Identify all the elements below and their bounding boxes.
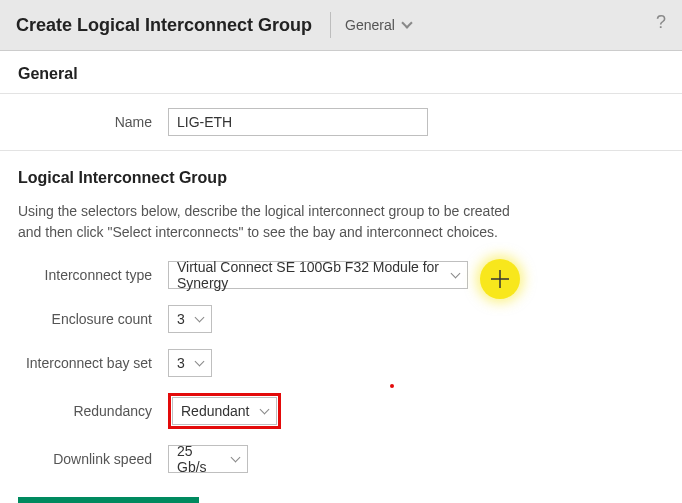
view-dropdown-label: General: [345, 17, 395, 33]
general-section-title: General: [0, 51, 682, 93]
bay-set-value: 3: [177, 355, 185, 371]
plus-icon: [490, 269, 510, 289]
chevron-down-icon: [195, 313, 205, 323]
redundancy-highlight: Redundant: [168, 393, 281, 429]
redundancy-value: Redundant: [181, 403, 250, 419]
enclosure-count-row: Enclosure count 3: [0, 295, 682, 339]
interconnect-type-select[interactable]: Virtual Connect SE 100Gb F32 Module for …: [168, 261, 468, 289]
enclosure-count-select[interactable]: 3: [168, 305, 212, 333]
chevron-down-icon: [401, 17, 412, 28]
downlink-select[interactable]: 25 Gb/s: [168, 445, 248, 473]
interconnect-type-label: Interconnect type: [18, 267, 168, 283]
name-label: Name: [18, 114, 168, 130]
interconnect-type-row: Interconnect type Virtual Connect SE 100…: [0, 251, 682, 295]
name-input[interactable]: [168, 108, 428, 136]
cursor-highlight: [480, 259, 520, 299]
chevron-down-icon: [451, 269, 461, 279]
select-interconnects-button[interactable]: Select interconnects: [18, 497, 199, 503]
help-icon[interactable]: ?: [656, 12, 666, 33]
lig-section-title: Logical Interconnect Group: [0, 151, 682, 193]
downlink-row: Downlink speed 25 Gb/s: [0, 435, 682, 479]
chevron-down-icon: [195, 357, 205, 367]
bay-set-label: Interconnect bay set: [18, 355, 168, 371]
header-divider: [330, 12, 331, 38]
annotation-dot: [390, 384, 394, 388]
lig-description: Using the selectors below, describe the …: [0, 193, 530, 251]
header-bar: Create Logical Interconnect Group Genera…: [0, 0, 682, 51]
redundancy-select[interactable]: Redundant: [172, 397, 277, 425]
bay-set-select[interactable]: 3: [168, 349, 212, 377]
enclosure-count-label: Enclosure count: [18, 311, 168, 327]
downlink-label: Downlink speed: [18, 451, 168, 467]
name-row: Name: [0, 94, 682, 150]
interconnect-type-value: Virtual Connect SE 100Gb F32 Module for …: [177, 259, 443, 291]
chevron-down-icon: [231, 453, 241, 463]
chevron-down-icon: [260, 405, 270, 415]
enclosure-count-value: 3: [177, 311, 185, 327]
redundancy-label: Redundancy: [18, 403, 168, 419]
bay-set-row: Interconnect bay set 3: [0, 339, 682, 383]
redundancy-row: Redundancy Redundant: [0, 383, 682, 435]
view-dropdown[interactable]: General: [345, 17, 411, 33]
page-title: Create Logical Interconnect Group: [16, 15, 312, 36]
downlink-value: 25 Gb/s: [177, 443, 223, 475]
